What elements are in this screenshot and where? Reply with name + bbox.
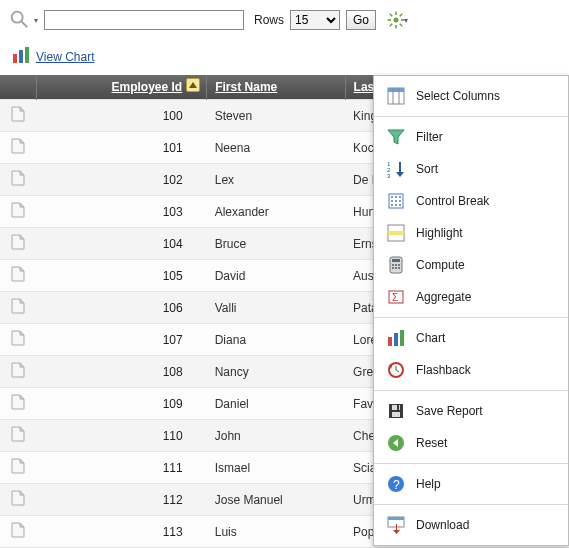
view-chart-link[interactable]: View Chart	[36, 50, 94, 64]
svg-point-2	[394, 18, 399, 23]
svg-marker-19	[20, 171, 24, 175]
search-icon[interactable]	[8, 8, 30, 33]
actions-menu: Select Columns Filter 123 Sort Control B…	[373, 75, 569, 546]
menu-label: Download	[416, 518, 469, 532]
flashback-icon	[386, 360, 406, 380]
menu-save-report[interactable]: Save Report	[374, 395, 568, 427]
menu-filter[interactable]: Filter	[374, 121, 568, 153]
cell-employee-id: 107	[36, 324, 207, 356]
svg-rect-11	[13, 54, 17, 63]
row-doc-icon[interactable]	[0, 516, 36, 548]
row-doc-icon[interactable]	[0, 324, 36, 356]
sort-icon: 123	[386, 159, 406, 179]
svg-rect-12	[19, 50, 23, 63]
cell-first-name: Jose Manuel	[207, 484, 345, 516]
cell-employee-id: 110	[36, 420, 207, 452]
menu-flashback[interactable]: Flashback	[374, 354, 568, 386]
menu-chart[interactable]: Chart	[374, 322, 568, 354]
row-doc-icon[interactable]	[0, 452, 36, 484]
row-doc-icon[interactable]	[0, 164, 36, 196]
cell-employee-id: 108	[36, 356, 207, 388]
chart-icon	[386, 328, 406, 348]
row-doc-icon[interactable]	[0, 292, 36, 324]
cell-first-name: Daniel	[207, 388, 345, 420]
svg-rect-75	[388, 337, 392, 346]
svg-marker-25	[20, 267, 24, 271]
svg-marker-48	[388, 130, 404, 144]
svg-marker-27	[20, 299, 24, 303]
svg-point-70	[392, 267, 394, 269]
menu-select-columns[interactable]: Select Columns	[374, 80, 568, 112]
search-input[interactable]	[44, 10, 244, 30]
svg-marker-39	[20, 491, 24, 495]
cell-employee-id: 112	[36, 484, 207, 516]
svg-marker-33	[20, 395, 24, 399]
svg-line-9	[390, 24, 393, 27]
menu-aggregate[interactable]: Σ Aggregate	[374, 281, 568, 313]
svg-point-54	[391, 196, 393, 198]
cell-employee-id: 102	[36, 164, 207, 196]
row-doc-icon[interactable]	[0, 260, 36, 292]
col-employee-id[interactable]: Employee Id	[36, 75, 207, 100]
menu-download[interactable]: Download	[374, 509, 568, 541]
cell-first-name: Valli	[207, 292, 345, 324]
svg-rect-45	[388, 88, 404, 92]
menu-label: Select Columns	[416, 89, 500, 103]
menu-reset[interactable]: Reset	[374, 427, 568, 459]
row-doc-icon[interactable]	[0, 484, 36, 516]
menu-separator	[374, 116, 568, 117]
menu-control-break[interactable]: Control Break	[374, 185, 568, 217]
cell-employee-id: 100	[36, 100, 207, 132]
cell-first-name: Steven	[207, 100, 345, 132]
cell-first-name: Bruce	[207, 228, 345, 260]
row-doc-icon[interactable]	[0, 196, 36, 228]
row-doc-icon[interactable]	[0, 100, 36, 132]
svg-rect-64	[388, 231, 404, 235]
menu-label: Compute	[416, 258, 465, 272]
rows-select[interactable]: 15	[290, 10, 340, 30]
svg-point-71	[395, 267, 397, 269]
svg-marker-37	[20, 459, 24, 463]
view-chart-row: View Chart	[0, 40, 569, 75]
row-doc-icon[interactable]	[0, 132, 36, 164]
svg-text:?: ?	[393, 478, 400, 492]
cell-employee-id: 111	[36, 452, 207, 484]
svg-point-57	[391, 200, 393, 202]
cell-first-name: John	[207, 420, 345, 452]
rows-label: Rows	[254, 13, 284, 27]
svg-point-60	[391, 204, 393, 206]
row-doc-icon[interactable]	[0, 228, 36, 260]
cell-first-name: Lex	[207, 164, 345, 196]
help-icon: ?	[386, 474, 406, 494]
save-icon	[386, 401, 406, 421]
row-doc-icon[interactable]	[0, 356, 36, 388]
row-doc-icon[interactable]	[0, 388, 36, 420]
menu-highlight[interactable]: Highlight	[374, 217, 568, 249]
menu-label: Reset	[416, 436, 447, 450]
svg-rect-13	[25, 47, 29, 63]
svg-marker-92	[393, 524, 400, 534]
cell-employee-id: 103	[36, 196, 207, 228]
svg-line-7	[390, 14, 393, 17]
actions-gear-button[interactable]: ▾	[386, 10, 408, 30]
row-doc-icon[interactable]	[0, 420, 36, 452]
cell-first-name: Diana	[207, 324, 345, 356]
control-break-icon	[386, 191, 406, 211]
menu-compute[interactable]: Compute	[374, 249, 568, 281]
svg-marker-21	[20, 203, 24, 207]
svg-marker-17	[20, 139, 24, 143]
svg-line-8	[400, 24, 403, 27]
search-dropdown-arrow-icon[interactable]: ▾	[34, 16, 38, 25]
cell-employee-id: 104	[36, 228, 207, 260]
svg-marker-23	[20, 235, 24, 239]
svg-rect-84	[392, 412, 400, 417]
cell-first-name: Luis	[207, 516, 345, 548]
menu-sort[interactable]: 123 Sort	[374, 153, 568, 185]
go-button[interactable]: Go	[346, 10, 376, 30]
sort-asc-icon[interactable]	[186, 78, 200, 92]
menu-help[interactable]: ? Help	[374, 468, 568, 500]
menu-separator	[374, 390, 568, 391]
col-first-name[interactable]: First Name	[207, 75, 345, 100]
svg-text:Σ: Σ	[392, 292, 398, 303]
menu-label: Save Report	[416, 404, 483, 418]
